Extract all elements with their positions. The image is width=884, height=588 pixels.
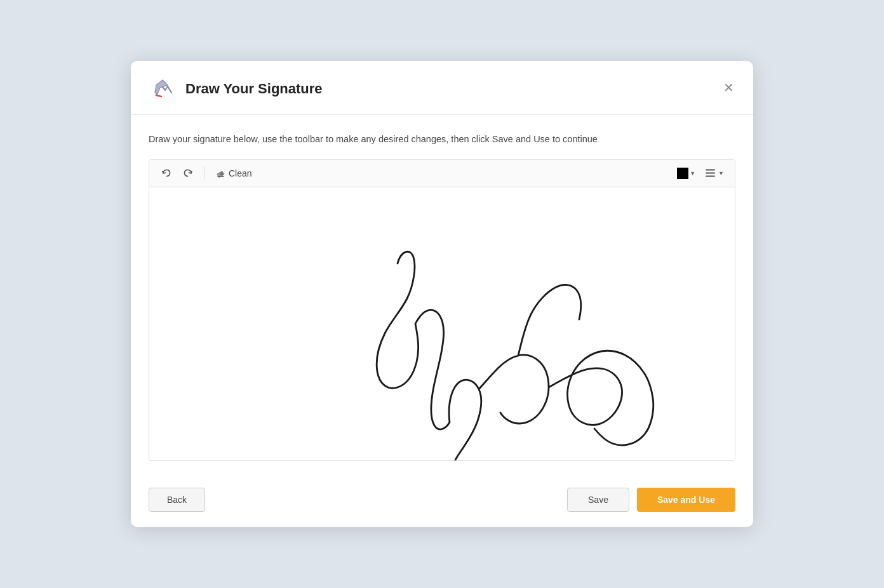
toolbar-divider	[204, 166, 204, 180]
dialog-body: Draw your signature below, use the toolb…	[131, 115, 753, 476]
svg-line-1	[156, 95, 161, 97]
dialog-title: Draw Your Signature	[185, 81, 323, 97]
back-button[interactable]: Back	[149, 488, 205, 512]
clean-label: Clean	[229, 168, 252, 178]
signature-canvas-container: Clean ▼ ▼	[149, 159, 735, 461]
svg-marker-0	[155, 80, 168, 94]
color-chevron-icon: ▼	[690, 170, 695, 177]
signature-icon	[149, 75, 177, 103]
color-swatch	[677, 168, 688, 179]
save-button[interactable]: Save	[567, 488, 629, 512]
footer-right-buttons: Save Save and Use	[567, 488, 735, 512]
redo-button[interactable]	[178, 165, 198, 182]
color-picker-button[interactable]: ▼	[674, 165, 699, 182]
toolbar-right: ▼ ▼	[674, 165, 727, 182]
undo-button[interactable]	[157, 165, 176, 182]
signature-svg	[149, 187, 735, 460]
save-and-use-button[interactable]: Save and Use	[637, 488, 735, 512]
dialog-header: Draw Your Signature ✕	[131, 61, 753, 115]
redo-icon	[183, 168, 193, 178]
drawing-toolbar: Clean ▼ ▼	[149, 160, 735, 187]
eraser-icon	[216, 168, 225, 178]
close-button[interactable]: ✕	[720, 79, 738, 97]
draw-signature-dialog: Draw Your Signature ✕ Draw your signatur…	[131, 61, 753, 527]
hamburger-icon	[706, 168, 717, 178]
clean-button[interactable]: Clean	[211, 165, 257, 182]
undo-icon	[161, 168, 171, 178]
dialog-footer: Back Save Save and Use	[131, 476, 753, 527]
signature-drawing-area[interactable]	[149, 187, 735, 460]
menu-button[interactable]: ▼	[702, 166, 727, 180]
menu-chevron-icon: ▼	[718, 170, 724, 177]
instruction-text: Draw your signature below, use the toolb…	[149, 133, 735, 147]
